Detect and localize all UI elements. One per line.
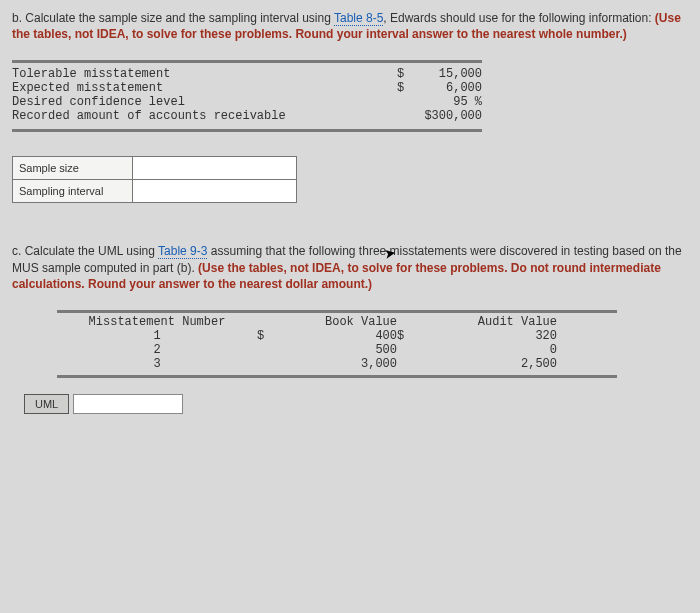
- given-value: $300,000: [412, 109, 482, 123]
- miss-av: 320: [457, 329, 557, 343]
- miss-bs: $: [257, 329, 297, 343]
- miss-n: 1: [57, 329, 257, 343]
- part-c-prompt: c. Calculate the UML using Table 9-3 ass…: [12, 243, 688, 292]
- miss-row: 3 3,000 2,500: [57, 357, 617, 371]
- misstatement-block: Misstatement Number Book Value Audit Val…: [57, 310, 617, 378]
- given-row-3: Recorded amount of accounts receivable $…: [12, 109, 482, 123]
- sample-size-label: Sample size: [13, 157, 133, 180]
- miss-bs: [257, 357, 297, 371]
- given-currency: [397, 109, 412, 123]
- miss-header: Misstatement Number Book Value Audit Val…: [57, 315, 617, 329]
- part-c-prefix: c. Calculate the UML using: [12, 244, 158, 258]
- miss-bv: 500: [297, 343, 397, 357]
- table-8-5-link[interactable]: Table 8-5: [334, 11, 383, 26]
- given-currency: $: [397, 67, 412, 81]
- given-currency: $: [397, 81, 412, 95]
- hdr-audit: Audit Value: [457, 315, 557, 329]
- sampling-interval-label: Sampling interval: [13, 180, 133, 203]
- given-label: Desired confidence level: [12, 95, 397, 109]
- miss-row: 1 $ 400 $ 320: [57, 329, 617, 343]
- given-currency: [397, 95, 412, 109]
- given-label: Recorded amount of accounts receivable: [12, 109, 397, 123]
- sampling-interval-input[interactable]: [133, 180, 296, 202]
- miss-av: 2,500: [457, 357, 557, 371]
- given-data-block: Tolerable misstatement $ 15,000 Expected…: [12, 60, 482, 132]
- hdr-num: Misstatement Number: [57, 315, 257, 329]
- part-b-prompt: b. Calculate the sample size and the sam…: [12, 10, 688, 42]
- given-value: 95 %: [412, 95, 482, 109]
- given-label: Tolerable misstatement: [12, 67, 397, 81]
- uml-input[interactable]: [73, 394, 183, 414]
- miss-bv: 3,000: [297, 357, 397, 371]
- given-row-2: Desired confidence level 95 %: [12, 95, 482, 109]
- given-label: Expected misstatement: [12, 81, 397, 95]
- sample-size-input[interactable]: [133, 157, 296, 179]
- table-9-3-link[interactable]: Table 9-3: [158, 244, 207, 259]
- miss-bv: 400: [297, 329, 397, 343]
- uml-label: UML: [24, 394, 69, 414]
- miss-row: 2 500 0: [57, 343, 617, 357]
- miss-as: $: [397, 329, 457, 343]
- given-row-0: Tolerable misstatement $ 15,000: [12, 67, 482, 81]
- miss-as: [397, 357, 457, 371]
- answer-table: Sample size Sampling interval: [12, 156, 297, 203]
- miss-as: [397, 343, 457, 357]
- miss-bs: [257, 343, 297, 357]
- part-b-mid: , Edwards should use for the following i…: [383, 11, 654, 25]
- miss-av: 0: [457, 343, 557, 357]
- uml-row: UML: [24, 394, 688, 414]
- hdr-book: Book Value: [297, 315, 397, 329]
- cursor-icon: ➤: [383, 244, 398, 262]
- given-row-1: Expected misstatement $ 6,000: [12, 81, 482, 95]
- miss-n: 2: [57, 343, 257, 357]
- given-value: 6,000: [412, 81, 482, 95]
- part-b-prefix: b. Calculate the sample size and the sam…: [12, 11, 334, 25]
- miss-n: 3: [57, 357, 257, 371]
- given-value: 15,000: [412, 67, 482, 81]
